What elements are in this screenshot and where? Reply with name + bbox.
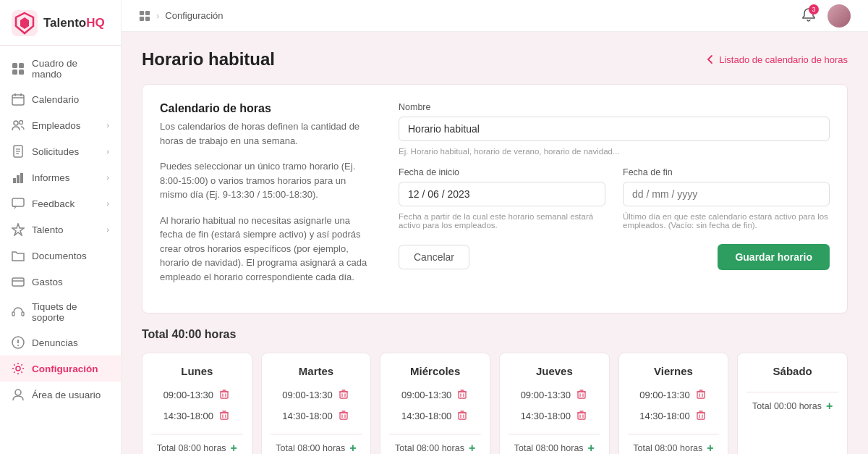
folder-icon: [12, 249, 25, 262]
svg-rect-31: [140, 10, 144, 14]
sidebar-item-label: Calendario: [32, 94, 79, 105]
day-column: Miércoles09:00-13:3014:30-18:00Total 08:…: [380, 353, 490, 454]
sidebar-item-label: Informes: [32, 172, 70, 183]
end-date-input[interactable]: [623, 182, 830, 206]
sidebar-item-label: Empleados: [32, 120, 81, 131]
sidebar-item-label: Talento: [32, 224, 64, 235]
svg-rect-59: [578, 392, 585, 398]
time-slot-text: 09:00-13:30: [521, 390, 571, 400]
day-total-text: Total 08:00 horas: [276, 443, 345, 453]
avatar[interactable]: [827, 4, 851, 28]
day-name: Miércoles: [410, 365, 460, 377]
delete-slot-button[interactable]: [218, 387, 231, 403]
day-total-text: Total 08:00 horas: [633, 443, 702, 453]
svg-rect-17: [13, 178, 16, 183]
schedule-total: Total 40:00 horas: [142, 328, 848, 341]
back-link[interactable]: Listado de calendario de horas: [705, 54, 848, 65]
topbar: › Configuración 3: [122, 0, 868, 32]
svg-rect-63: [578, 413, 585, 419]
notifications-button[interactable]: 3: [799, 4, 819, 27]
topbar-icons: 3: [799, 4, 851, 28]
day-total: Total 08:00 horas+: [271, 434, 362, 454]
svg-point-12: [20, 121, 23, 125]
sidebar-item-calendario[interactable]: Calendario: [0, 86, 121, 112]
page-title: Horario habitual: [142, 49, 275, 70]
day-column: Lunes09:00-13:3014:30-18:00Total 08:00 h…: [142, 353, 252, 454]
sidebar-item-empleados[interactable]: Empleados ›: [0, 112, 121, 138]
sidebar-item-cuadro[interactable]: Cuadro de mando: [0, 51, 121, 86]
breadcrumb: › Configuración: [139, 10, 224, 22]
form-actions: Cancelar Guardar horario: [399, 244, 830, 270]
time-slot: 14:30-18:00: [521, 408, 588, 424]
svg-rect-34: [145, 16, 150, 20]
day-column: Martes09:00-13:3014:30-18:00Total 08:00 …: [261, 353, 372, 454]
calendar-icon: [12, 93, 25, 106]
sidebar-item-documentos[interactable]: Documentos: [0, 243, 121, 269]
sidebar-item-feedback[interactable]: Feedback ›: [0, 190, 121, 217]
add-slot-button[interactable]: +: [349, 442, 356, 454]
sidebar-item-configuracion[interactable]: Configuración: [0, 356, 121, 382]
day-column: Viernes09:00-13:3014:30-18:00Total 08:00…: [618, 353, 729, 454]
time-slot-text: 14:30-18:00: [282, 411, 332, 421]
grid-icon: [12, 62, 25, 75]
delete-slot-button[interactable]: [337, 408, 350, 424]
svg-rect-35: [221, 392, 228, 398]
add-slot-button[interactable]: +: [826, 400, 833, 413]
delete-slot-button[interactable]: [694, 408, 707, 424]
time-slot: 14:30-18:00: [401, 408, 469, 424]
chevron-icon: ›: [106, 147, 109, 156]
notification-badge: 3: [809, 4, 819, 14]
name-hint: Ej. Horario habitual, horario de verano,…: [399, 147, 830, 156]
sidebar-item-denuncias[interactable]: Denuncias: [0, 329, 121, 356]
message-icon: [12, 197, 25, 210]
time-slot-text: 09:00-13:30: [639, 390, 689, 400]
time-slot-text: 09:00-13:30: [163, 390, 213, 400]
delete-slot-button[interactable]: [694, 387, 707, 403]
dates-row: Fecha de inicio Fecha a partir de la cua…: [399, 167, 830, 230]
day-column: SábadoTotal 00:00 horas+: [737, 353, 848, 454]
breadcrumb-current: Configuración: [165, 10, 223, 21]
save-button[interactable]: Guardar horario: [718, 244, 830, 270]
sidebar-item-label: Gastos: [32, 277, 63, 287]
sidebar-item-gastos[interactable]: Gastos: [0, 269, 121, 295]
sidebar-item-solicitudes[interactable]: Solicitudes ›: [0, 138, 121, 164]
delete-slot-button[interactable]: [575, 387, 588, 403]
svg-rect-4: [19, 63, 24, 68]
settings-icon: [12, 362, 25, 375]
main-area: › Configuración 3 Horario habitual Lista…: [122, 0, 868, 454]
svg-rect-7: [12, 95, 24, 105]
start-date-input[interactable]: [399, 182, 605, 206]
cancel-button[interactable]: Cancelar: [399, 245, 469, 269]
logo[interactable]: TalentoHQ: [0, 0, 121, 46]
sidebar-item-label: Documentos: [32, 251, 87, 261]
add-slot-button[interactable]: +: [588, 442, 595, 454]
sidebar-item-area[interactable]: Área de usuario: [0, 382, 121, 408]
sidebar-item-label: Solicitudes: [32, 146, 79, 157]
day-name: Lunes: [181, 365, 213, 377]
svg-rect-3: [12, 63, 17, 68]
sidebar: TalentoHQ Cuadro de mando Calendario Emp…: [0, 0, 122, 454]
delete-slot-button[interactable]: [456, 408, 469, 424]
arrow-left-icon: [705, 54, 715, 64]
add-slot-button[interactable]: +: [469, 442, 475, 454]
sidebar-item-informes[interactable]: Informes ›: [0, 164, 121, 190]
delete-slot-button[interactable]: [456, 387, 469, 403]
schedule-grid: Lunes09:00-13:3014:30-18:00Total 08:00 h…: [142, 353, 848, 454]
sidebar-item-tiquets[interactable]: Tiquets de soporte: [0, 295, 121, 329]
form-section-title: Calendario de horas: [160, 102, 375, 115]
time-slot: 14:30-18:00: [163, 408, 231, 424]
svg-rect-6: [19, 70, 24, 75]
headphones-icon: [12, 306, 25, 319]
sidebar-nav: Cuadro de mando Calendario Empleados › S…: [0, 46, 121, 454]
delete-slot-button[interactable]: [575, 408, 588, 424]
day-total: Total 08:00 horas+: [151, 434, 243, 454]
svg-point-11: [14, 121, 18, 125]
delete-slot-button[interactable]: [337, 387, 350, 403]
add-slot-button[interactable]: +: [231, 442, 237, 454]
delete-slot-button[interactable]: [218, 408, 231, 424]
sidebar-item-talento[interactable]: Talento ›: [0, 217, 121, 243]
end-date-group: Fecha de fin Último día en que este cale…: [623, 167, 830, 230]
add-slot-button[interactable]: +: [707, 442, 713, 454]
name-input[interactable]: [399, 117, 830, 141]
page-header: Horario habitual Listado de calendario d…: [142, 49, 848, 70]
